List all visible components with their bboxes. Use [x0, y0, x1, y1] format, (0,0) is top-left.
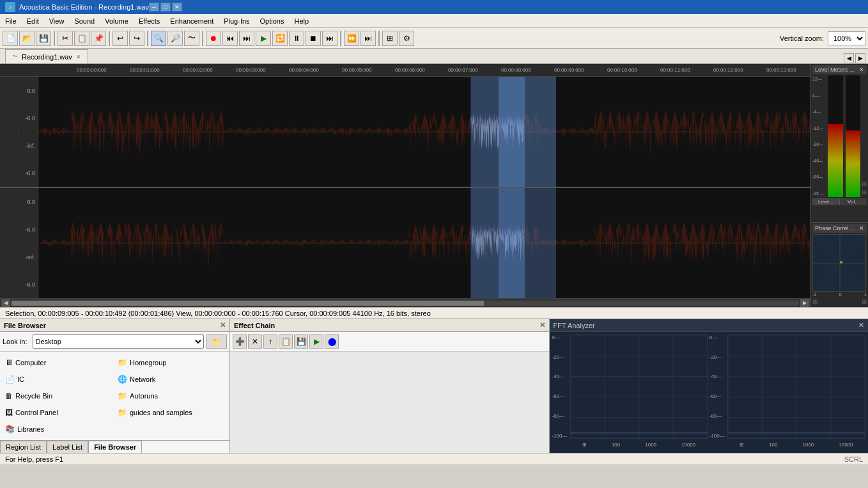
level-tab[interactable]: Leve... — [812, 198, 840, 205]
file-item-control-panel[interactable]: 🖼Control Panel — [3, 405, 114, 421]
scroll-left-btn[interactable]: ◀ — [1, 299, 10, 307]
next-button[interactable]: ⏭ — [322, 31, 337, 46]
tab-close-button[interactable]: ✕ — [76, 54, 81, 60]
phase-close[interactable]: ✕ — [859, 225, 864, 232]
track-1[interactable]: 0.0 -6.0 -inf. -6.0 ⋮⋮ — [0, 77, 810, 188]
close-button[interactable]: ✕ — [172, 3, 182, 12]
file-item-ic[interactable]: 📄IC — [3, 371, 114, 387]
track1-label-4: -6.0 — [25, 170, 35, 177]
browse-button[interactable]: 📁 — [206, 335, 227, 349]
look-in-select[interactable]: Desktop — [33, 335, 204, 349]
menu-item-view[interactable]: View — [44, 14, 70, 28]
fft-content: 0— -20— -40— -60— -80— -100— ⊞ 100 1000 … — [550, 332, 869, 454]
loop-button[interactable]: 🔁 — [272, 31, 288, 46]
copy-button[interactable]: 📋 — [74, 31, 89, 46]
file-item-guides[interactable]: 📁guides and samples — [115, 405, 227, 421]
tab-next-button[interactable]: ▶ — [855, 53, 865, 63]
effect-remove-btn[interactable]: ✕ — [248, 335, 262, 349]
maximize-button[interactable]: □ — [160, 3, 171, 12]
file-item-autoruns[interactable]: 📁Autoruns — [115, 388, 227, 404]
separator1 — [54, 31, 55, 46]
menu-item-plug-ins[interactable]: Plug-Ins — [219, 14, 254, 28]
tab-prev-button[interactable]: ◀ — [844, 53, 854, 63]
effect-stop-btn[interactable]: ⬤ — [325, 335, 339, 349]
fwd-button[interactable]: ⏩ — [344, 31, 359, 46]
track-2-waveform[interactable] — [38, 188, 810, 298]
effect-chain-title: Effect Chain — [234, 322, 275, 329]
file-browser-close[interactable]: ✕ — [220, 321, 226, 329]
scroll-thumb[interactable] — [12, 301, 484, 306]
file-item-libraries[interactable]: 📚Libraries — [3, 421, 114, 437]
zoom-button[interactable]: 🔎 — [167, 31, 183, 46]
end-button[interactable]: ⏭ — [360, 31, 376, 46]
play-button[interactable]: ▶ — [256, 31, 271, 46]
selection-region-2 — [499, 188, 556, 298]
fft-close[interactable]: ✕ — [858, 321, 864, 329]
track-1-waveform[interactable] — [38, 77, 810, 187]
paste-button[interactable]: 📌 — [91, 31, 106, 46]
effect-chain-toolbar: ➕ ✕ ↑ 📋 💾 ▶ ⬤ — [230, 332, 549, 352]
menu-item-options[interactable]: Options — [255, 14, 290, 28]
separator6 — [378, 31, 380, 46]
effect-copy-btn[interactable]: 📋 — [279, 335, 293, 349]
volume-tab[interactable]: Vol... — [840, 198, 867, 205]
undo-button[interactable]: ↩ — [112, 31, 128, 46]
meter-grid-icon2: ⊞ — [862, 189, 867, 196]
scroll-right-btn[interactable]: ▶ — [800, 299, 809, 307]
toolbar: 📄 📂 💾 ✂ 📋 📌 ↩ ↪ 🔍 🔎 〜 ⏺ ⏮ ⏭ ▶ 🔁 ⏸ ⏹ ⏭ ⏩ … — [0, 28, 868, 49]
tab-region-list[interactable]: Region List — [0, 441, 47, 453]
phase-grid-icons: ⊞ ⊞ — [812, 297, 867, 306]
tab-label: Recording1.wav — [22, 53, 72, 61]
bottom-status-bar: For Help, press F1 SCRL — [0, 453, 868, 464]
track2-label-2: -6.0 — [25, 226, 35, 233]
cut-button[interactable]: ✂ — [58, 31, 73, 46]
menu-item-effects[interactable]: Effects — [134, 14, 165, 28]
menu-item-enhancement[interactable]: Enhancement — [165, 14, 219, 28]
separator2 — [109, 31, 110, 46]
open-button[interactable]: 📂 — [19, 31, 35, 46]
ruler-12: 00:00:12:000 — [713, 67, 766, 73]
menu-item-volume[interactable]: Volume — [100, 14, 134, 28]
minimize-button[interactable]: ─ — [149, 3, 159, 12]
back-button[interactable]: ⏭ — [239, 31, 254, 46]
menu-item-file[interactable]: File — [0, 14, 22, 28]
effect-add-btn[interactable]: ➕ — [233, 335, 247, 349]
scroll-track[interactable] — [12, 301, 799, 306]
record-button[interactable]: ⏺ — [206, 31, 221, 46]
level-meters-close[interactable]: ✕ — [859, 67, 864, 73]
file-item-homegroup[interactable]: 📁Homegroup — [115, 354, 227, 370]
phase-grid-icon1: ⊞ — [812, 298, 818, 305]
waveform-scrollbar[interactable]: ◀ ▶ — [0, 298, 810, 307]
effect-save-btn[interactable]: 💾 — [294, 335, 308, 349]
ruler-4: 00:00:04:000 — [289, 67, 342, 73]
effect-up-btn[interactable]: ↑ — [263, 335, 277, 349]
track-2[interactable]: 0.0 -6.0 -inf. -6.0 ⋮⋮ — [0, 188, 810, 298]
tab-file-browser[interactable]: File Browser — [88, 441, 142, 453]
menu-item-help[interactable]: Help — [289, 14, 314, 28]
file-item-recycle[interactable]: 🗑Recycle Bin — [3, 388, 114, 404]
app-title: Acoustica Basic Edition - Recording1.wav — [19, 3, 149, 11]
fft-canvas-left — [571, 335, 708, 438]
tab-label-list[interactable]: Label List — [47, 441, 88, 453]
effect-chain-close[interactable]: ✕ — [539, 321, 545, 329]
new-button[interactable]: 📄 — [3, 31, 18, 46]
redo-button[interactable]: ↪ — [129, 31, 144, 46]
waveform-container[interactable]: 00:00:00:000 00:00:01:000 00:00:02:000 0… — [0, 64, 810, 307]
menu-item-sound[interactable]: Sound — [69, 14, 100, 28]
file-item-computer[interactable]: 🖥Computer — [3, 354, 114, 370]
menu-item-edit[interactable]: Edit — [22, 14, 44, 28]
tab-recording[interactable]: 〜 Recording1.wav ✕ — [5, 49, 88, 63]
settings-button[interactable]: ⚙ — [399, 31, 414, 46]
prev-button[interactable]: ⏮ — [222, 31, 238, 46]
grid-button[interactable]: ⊞ — [382, 31, 398, 46]
pause-button[interactable]: ⏸ — [289, 31, 304, 46]
stop-button[interactable]: ⏹ — [306, 31, 321, 46]
file-item-network[interactable]: 🌐Network — [115, 371, 227, 387]
meter-grid-icon1: ⊞ — [862, 180, 867, 187]
waveform-button[interactable]: 〜 — [184, 31, 199, 46]
save-button[interactable]: 💾 — [36, 31, 51, 46]
effect-chain-header: Effect Chain ✕ — [230, 319, 549, 332]
select-button[interactable]: 🔍 — [151, 31, 166, 46]
zoom-select[interactable]: 100% 200% 50% — [828, 31, 865, 45]
effect-play-btn[interactable]: ▶ — [309, 335, 323, 349]
